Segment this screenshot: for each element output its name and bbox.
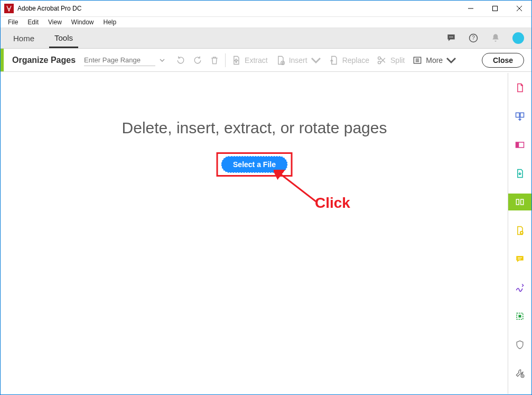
menu-file[interactable]: File [4, 17, 22, 27]
window-controls [459, 1, 531, 16]
svg-rect-1 [493, 6, 498, 11]
menu-view[interactable]: View [44, 17, 66, 27]
svg-point-4 [450, 36, 451, 38]
user-avatar[interactable] [512, 32, 524, 44]
more-label: More [426, 56, 443, 65]
app-tabs: Home Tools ? [1, 28, 531, 49]
tab-tools[interactable]: Tools [49, 29, 78, 48]
minimize-button[interactable] [459, 1, 483, 16]
notifications-icon[interactable] [490, 33, 501, 43]
maximize-button[interactable] [483, 1, 507, 16]
tab-home[interactable]: Home [8, 29, 40, 47]
close-tool-button[interactable]: Close [482, 53, 524, 68]
more-tools-icon[interactable] [508, 365, 531, 382]
extract-label: Extract [245, 56, 268, 65]
menu-bar: File Edit View Window Help [1, 17, 531, 28]
svg-point-6 [452, 36, 453, 38]
annotation-click-label: Click [315, 195, 350, 212]
add-comments-icon[interactable] [508, 222, 531, 239]
extract-button[interactable]: Extract [231, 55, 268, 66]
fill-sign-icon[interactable] [508, 279, 531, 296]
edit-pdf-icon[interactable] [508, 136, 531, 153]
main-headline: Delete, insert, extract, or rotate pages [1, 119, 508, 137]
app-icon [4, 4, 14, 13]
right-tool-rail [508, 73, 531, 394]
page-range-input[interactable] [84, 54, 155, 66]
svg-rect-17 [516, 113, 519, 117]
more-button[interactable]: More [412, 55, 456, 66]
split-label: Split [390, 56, 405, 65]
close-window-button[interactable] [507, 1, 531, 16]
replace-label: Replace [342, 56, 369, 65]
protect-icon[interactable] [508, 336, 531, 353]
svg-rect-21 [516, 199, 519, 205]
create-pdf-icon[interactable] [508, 79, 531, 96]
rotate-cw-button[interactable] [192, 55, 203, 66]
svg-line-16 [279, 173, 316, 201]
svg-rect-20 [516, 142, 519, 148]
page-range-dropdown-icon[interactable] [160, 56, 165, 65]
svg-rect-22 [520, 199, 523, 205]
split-button[interactable]: Split [377, 55, 405, 66]
sticky-note-icon[interactable] [508, 251, 531, 268]
app-window: Adobe Acrobat Pro DC File Edit View Wind… [0, 0, 532, 395]
svg-point-5 [451, 36, 452, 38]
help-icon[interactable]: ? [468, 33, 479, 43]
chat-icon[interactable] [446, 33, 456, 43]
title-bar: Adobe Acrobat Pro DC [1, 1, 531, 17]
organize-toolbar: Organize Pages Extract [1, 49, 531, 72]
annotation-arrow-icon [274, 170, 321, 207]
export-pdf-icon[interactable] [508, 165, 531, 182]
window-title: Adobe Acrobat Pro DC [17, 5, 459, 12]
insert-label: Insert [289, 56, 307, 65]
delete-button[interactable] [209, 55, 220, 66]
menu-help[interactable]: Help [99, 17, 121, 27]
menu-edit[interactable]: Edit [23, 17, 43, 27]
replace-button[interactable]: Replace [329, 55, 369, 66]
rotate-ccw-button[interactable] [175, 55, 186, 66]
menu-window[interactable]: Window [67, 17, 98, 27]
svg-point-11 [378, 61, 381, 63]
combine-files-icon[interactable] [508, 108, 531, 125]
insert-button[interactable]: Insert [275, 55, 321, 66]
toolbar-title: Organize Pages [4, 56, 84, 65]
svg-text:?: ? [472, 35, 475, 41]
svg-rect-18 [520, 113, 524, 117]
organize-pages-icon[interactable] [508, 194, 531, 210]
svg-rect-27 [518, 315, 521, 318]
main-content: Delete, insert, extract, or rotate pages… [1, 73, 508, 394]
stamp-icon[interactable] [508, 308, 531, 325]
svg-point-10 [378, 57, 381, 59]
